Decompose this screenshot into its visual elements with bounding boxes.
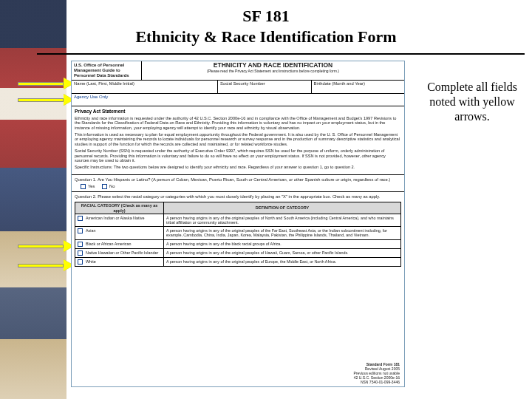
birthdate-field-label: Birthdate (Month and Year) bbox=[312, 81, 404, 94]
title-line-1: SF 181 bbox=[0, 6, 532, 27]
form-title: ETHNICITY AND RACE IDENTIFICATION (Pleas… bbox=[142, 61, 404, 80]
yellow-arrow-icon bbox=[18, 242, 74, 250]
title-line-2: Ethnicity & Race Identification Form bbox=[0, 27, 532, 47]
checkbox-icon bbox=[78, 216, 83, 221]
checkbox-icon bbox=[81, 184, 86, 189]
id-fields-row: Name (Last, First, Middle Initial) Socia… bbox=[72, 81, 404, 95]
table-row: Native Hawaiian or Other Pacific Islande… bbox=[75, 248, 401, 257]
table-row: WhiteA person having origins in any of t… bbox=[75, 257, 401, 266]
checkbox-icon bbox=[78, 250, 83, 256]
checkbox-icon bbox=[102, 184, 107, 189]
table-row: American Indian or Alaska NativeA person… bbox=[75, 214, 401, 226]
question-1: Question 1. Are You Hispanic or Latino? … bbox=[72, 175, 404, 192]
yellow-arrow-icon bbox=[18, 262, 74, 269]
instruction-text: Complete all fields noted with yellow ar… bbox=[417, 80, 528, 124]
ssn-field-label: Social Security Number bbox=[218, 81, 311, 94]
sf-181-form-image: U.S. Office of Personnel Management Guid… bbox=[71, 61, 405, 387]
table-row: AsianA person having origins in any of t… bbox=[75, 227, 401, 239]
checkbox-icon bbox=[78, 242, 83, 247]
title-underline bbox=[37, 53, 525, 55]
category-table: RACIAL CATEGORY (Check as many as apply)… bbox=[75, 202, 401, 266]
privacy-section: Privacy Act Statement Ethnicity and race… bbox=[72, 106, 404, 175]
checkbox-icon bbox=[78, 228, 83, 233]
name-field-label: Name (Last, First, Middle Initial) bbox=[72, 81, 218, 94]
form-footer: Standard Form 181 Revised August 2005 Pr… bbox=[353, 362, 400, 384]
yellow-arrow-icon bbox=[18, 96, 74, 103]
table-row: Black or African AmericanA person having… bbox=[75, 239, 401, 248]
agency-use-row: Agency Use Only bbox=[72, 94, 404, 106]
form-agency: U.S. Office of Personnel Management Guid… bbox=[72, 61, 142, 80]
yellow-arrow-icon bbox=[18, 80, 74, 87]
flag-background bbox=[0, 0, 66, 399]
slide-title: SF 181 Ethnicity & Race Identification F… bbox=[0, 6, 532, 47]
question-2: Question 2. Please select the racial cat… bbox=[72, 192, 404, 201]
checkbox-icon bbox=[78, 259, 83, 265]
